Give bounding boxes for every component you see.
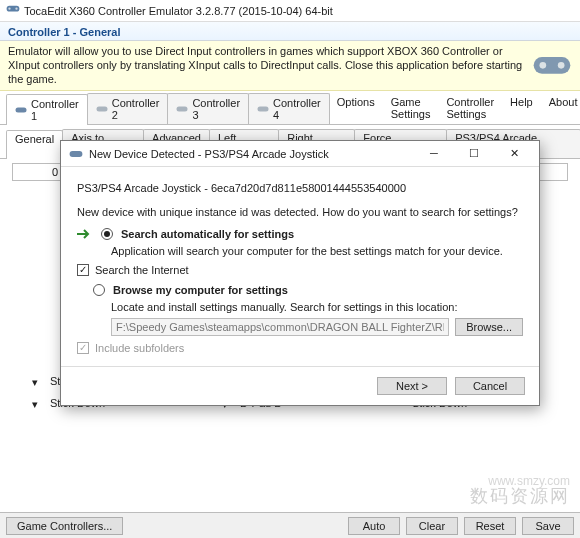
option-auto-label: Search automatically for settings: [121, 228, 294, 240]
reset-button[interactable]: Reset: [464, 517, 516, 535]
window-title: TocaEdit X360 Controller Emulator 3.2.8.…: [24, 5, 574, 17]
svg-rect-6: [16, 108, 27, 113]
minimize-button[interactable]: ─: [417, 144, 451, 164]
section-header: Controller 1 - General: [0, 22, 580, 41]
auto-button[interactable]: Auto: [348, 517, 400, 535]
include-subfolders-label: Include subfolders: [95, 342, 184, 354]
subtab-general[interactable]: General: [6, 130, 63, 159]
path-input[interactable]: [111, 318, 449, 336]
gamepad-icon: [257, 104, 269, 114]
maximize-button[interactable]: ☐: [457, 144, 491, 164]
tab-help[interactable]: Help: [502, 93, 541, 124]
gamepad-icon: [15, 105, 27, 115]
clear-button[interactable]: Clear: [406, 517, 458, 535]
gamepad-icon: [176, 104, 188, 114]
svg-rect-9: [258, 107, 269, 112]
gamepad-icon: [96, 104, 108, 114]
titlebar: TocaEdit X360 Controller Emulator 3.2.8.…: [0, 0, 580, 22]
checkbox-search-internet[interactable]: [77, 264, 89, 276]
option-auto-row[interactable]: Search automatically for settings: [77, 228, 523, 240]
dialog-title: New Device Detected - PS3/PS4 Arcade Joy…: [89, 148, 411, 160]
option-browse-label: Browse my computer for settings: [113, 284, 288, 296]
new-device-dialog: New Device Detected - PS3/PS4 Arcade Joy…: [60, 140, 540, 406]
chevron-down-icon: ▾: [32, 398, 42, 408]
radio-auto[interactable]: [101, 228, 113, 240]
svg-point-5: [558, 62, 565, 69]
main-tabs: Controller 1 Controller 2 Controller 3 C…: [0, 93, 580, 125]
svg-point-1: [8, 7, 10, 9]
watermark-url: www.smzy.com: [488, 474, 570, 488]
cancel-button[interactable]: Cancel: [455, 377, 525, 395]
tab-game-settings[interactable]: Game Settings: [383, 93, 439, 124]
tab-about[interactable]: About: [541, 93, 580, 124]
bottom-toolbar: Game Controllers... Auto Clear Reset Sav…: [0, 512, 580, 538]
tab-controller-settings[interactable]: Controller Settings: [438, 93, 502, 124]
save-button[interactable]: Save: [522, 517, 574, 535]
svg-point-4: [539, 62, 546, 69]
next-button[interactable]: Next >: [377, 377, 447, 395]
gamepad-icon: [69, 148, 83, 160]
gamepad-icon: [6, 4, 20, 18]
radio-browse[interactable]: [93, 284, 105, 296]
option-browse-row[interactable]: Browse my computer for settings: [93, 284, 523, 296]
option-auto-desc: Application will search your computer fo…: [111, 244, 523, 258]
svg-rect-10: [70, 151, 83, 157]
svg-rect-3: [534, 57, 571, 74]
arrow-right-icon: [77, 229, 93, 239]
browse-button[interactable]: Browse...: [455, 318, 523, 336]
tab-controller-1[interactable]: Controller 1: [6, 94, 88, 125]
info-banner: Emulator will allow you to use Direct In…: [0, 41, 580, 91]
detected-line: New device with unique instance id was d…: [77, 205, 523, 219]
game-controllers-button[interactable]: Game Controllers...: [6, 517, 123, 535]
option-browse-desc: Locate and install settings manually. Se…: [111, 300, 523, 314]
dialog-titlebar[interactable]: New Device Detected - PS3/PS4 Arcade Joy…: [61, 141, 539, 167]
tab-options[interactable]: Options: [329, 93, 383, 124]
tab-controller-4[interactable]: Controller 4: [248, 93, 330, 124]
close-button[interactable]: ✕: [497, 144, 531, 164]
svg-point-2: [15, 7, 17, 9]
chevron-down-icon: ▾: [32, 376, 42, 386]
checkbox-include-subfolders: [77, 342, 89, 354]
device-id-line: PS3/PS4 Arcade Joystick - 6eca7d20d7d811…: [77, 181, 523, 195]
tab-controller-2[interactable]: Controller 2: [87, 93, 169, 124]
svg-rect-8: [177, 107, 188, 112]
search-internet-label: Search the Internet: [95, 264, 189, 276]
tab-controller-3[interactable]: Controller 3: [167, 93, 249, 124]
info-text: Emulator will allow you to use Direct In…: [8, 45, 524, 86]
svg-rect-7: [96, 107, 107, 112]
gamepad-large-icon: [532, 52, 572, 80]
